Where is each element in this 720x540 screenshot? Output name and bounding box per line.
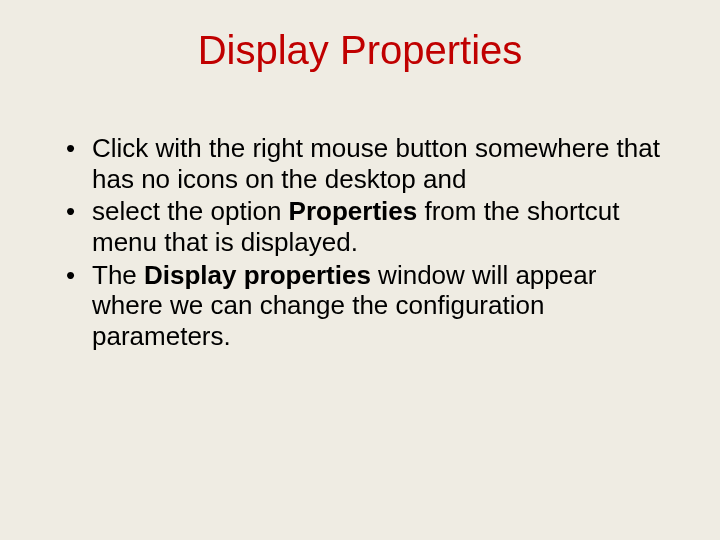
- slide: Display Properties Click with the right …: [0, 0, 720, 540]
- bullet-text: select the option: [92, 196, 289, 226]
- bullet-text: The: [92, 260, 144, 290]
- list-item: select the option Properties from the sh…: [66, 196, 660, 257]
- bullet-text: Click with the right mouse button somewh…: [92, 133, 660, 194]
- list-item: The Display properties window will appea…: [66, 260, 660, 352]
- bullet-bold: Display properties: [144, 260, 371, 290]
- bullet-list: Click with the right mouse button somewh…: [66, 133, 660, 352]
- slide-title: Display Properties: [60, 28, 660, 73]
- bullet-bold: Properties: [289, 196, 418, 226]
- list-item: Click with the right mouse button somewh…: [66, 133, 660, 194]
